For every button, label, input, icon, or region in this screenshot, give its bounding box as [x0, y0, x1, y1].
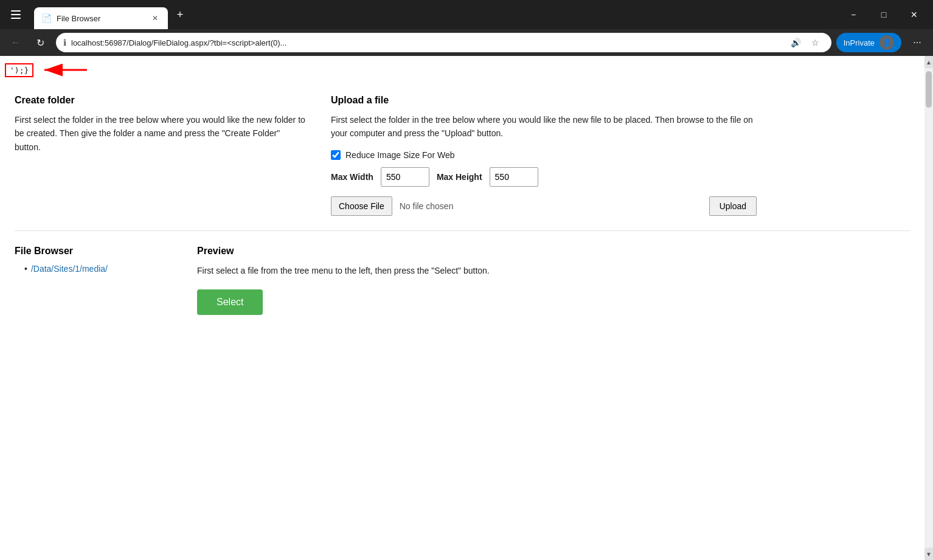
scrollbar-thumb[interactable] [926, 71, 932, 108]
max-height-input[interactable] [490, 167, 538, 187]
scrollbar-track[interactable] [924, 68, 933, 548]
xss-indicator: ');} [5, 61, 87, 79]
upload-title: Upload a file [331, 95, 757, 106]
read-aloud-icon[interactable]: 🔊 [788, 34, 805, 51]
page-content: ');} Create folder First select the fold… [0, 56, 933, 560]
avatar: 👤 [879, 35, 894, 50]
active-tab[interactable]: 📄 File Browser ✕ [34, 7, 168, 29]
preview-section: Preview First select a file from the tre… [197, 246, 910, 315]
scrollbar-up-button[interactable]: ▲ [924, 56, 933, 68]
reduce-image-label: Reduce Image Size For Web [345, 150, 455, 160]
new-tab-button[interactable]: + [170, 5, 190, 24]
content-top: Create folder First select the folder in… [15, 95, 910, 231]
max-width-label: Max Width [331, 172, 373, 182]
browser-titlebar: 📄 File Browser ✕ + − □ ✕ [0, 0, 933, 29]
xss-code: ');} [5, 63, 33, 77]
window-controls: − □ ✕ [839, 5, 928, 24]
refresh-button[interactable]: ↻ [29, 32, 51, 54]
bullet-icon: • [24, 264, 27, 274]
file-tree-item: • /Data/Sites/1/media/ [24, 264, 173, 274]
upload-description: First select the folder in the tree belo… [331, 113, 757, 140]
create-folder-section: Create folder First select the folder in… [15, 95, 307, 216]
dimension-row: Max Width Max Height [331, 167, 757, 187]
create-folder-description: First select the folder in the tree belo… [15, 113, 307, 154]
create-folder-title: Create folder [15, 95, 307, 106]
choose-file-button[interactable]: Choose File [331, 196, 392, 216]
svg-rect-2 [11, 18, 21, 19]
info-icon: ℹ [63, 38, 66, 47]
close-button[interactable]: ✕ [900, 5, 928, 24]
svg-rect-0 [11, 10, 21, 12]
file-browser-section: File Browser • /Data/Sites/1/media/ [15, 246, 173, 315]
tab-bar: 📄 File Browser ✕ + [34, 0, 834, 29]
preview-description: First select a file from the tree menu t… [197, 264, 910, 277]
preview-title: Preview [197, 246, 910, 257]
svg-rect-1 [11, 14, 21, 15]
back-button[interactable]: ← [5, 32, 27, 54]
minimize-button[interactable]: − [839, 5, 867, 24]
address-bar[interactable]: ℹ localhost:56987/Dialog/FileDialog.aspx… [56, 33, 831, 52]
upload-button[interactable]: Upload [709, 196, 757, 216]
max-height-label: Max Height [437, 172, 482, 182]
upload-section: Upload a file First select the folder in… [331, 95, 757, 216]
tab-page-icon: 📄 [41, 13, 52, 23]
select-button[interactable]: Select [197, 289, 263, 315]
file-tree-link[interactable]: /Data/Sites/1/media/ [31, 264, 108, 274]
sidebar-toggle-button[interactable] [5, 4, 27, 26]
tab-close-button[interactable]: ✕ [150, 13, 161, 24]
scrollbar[interactable]: ▲ ▼ [924, 56, 933, 560]
max-width-input[interactable] [381, 167, 429, 187]
xss-arrow-icon [38, 61, 87, 79]
navigation-bar: ← ↻ ℹ localhost:56987/Dialog/FileDialog.… [0, 29, 933, 56]
tab-title: File Browser [57, 14, 145, 23]
content-bottom: File Browser • /Data/Sites/1/media/ Prev… [15, 231, 910, 315]
file-row: Choose File No file chosen Upload [331, 196, 757, 216]
address-bar-icons: 🔊 ☆ [788, 34, 824, 51]
file-browser-title: File Browser [15, 246, 173, 257]
inprivate-label: InPrivate [844, 38, 875, 47]
favorites-icon[interactable]: ☆ [807, 34, 824, 51]
maximize-button[interactable]: □ [870, 5, 898, 24]
reduce-image-checkbox[interactable] [331, 150, 341, 160]
main-area: ');} Create folder First select the fold… [0, 56, 924, 560]
reduce-image-row: Reduce Image Size For Web [331, 150, 757, 160]
inprivate-button[interactable]: InPrivate 👤 [836, 33, 901, 52]
scrollbar-down-button[interactable]: ▼ [924, 548, 933, 560]
address-text: localhost:56987/Dialog/FileDialog.aspx/?… [71, 38, 783, 47]
more-button[interactable]: ··· [906, 32, 928, 54]
no-file-text: No file chosen [400, 201, 454, 211]
